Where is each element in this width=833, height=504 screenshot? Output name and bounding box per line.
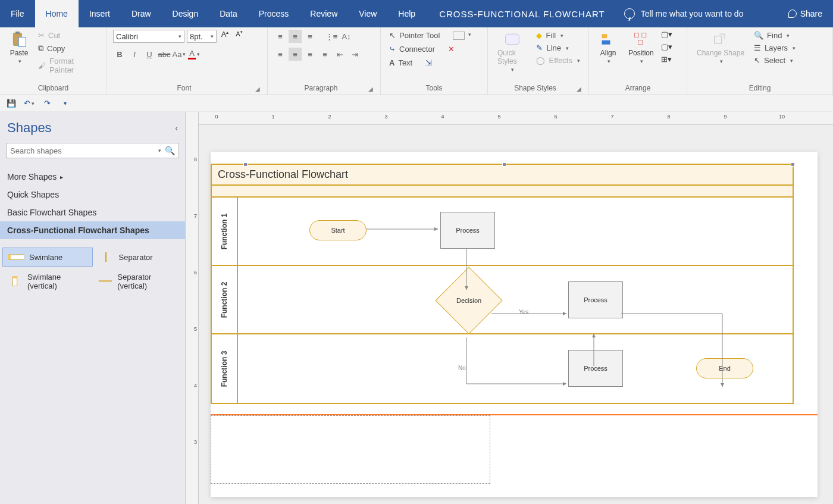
shapes-search-box[interactable]: ▾ 🔍 xyxy=(6,143,179,158)
tab-view[interactable]: View xyxy=(348,0,387,27)
search-dropdown-icon[interactable]: ▾ xyxy=(158,148,161,154)
selection-handle[interactable] xyxy=(243,162,248,167)
vertical-ruler[interactable]: 8 7 6 5 4 3 xyxy=(186,112,199,504)
justify-button[interactable]: ≡ xyxy=(318,48,331,61)
align-bottom-button[interactable]: ≡ xyxy=(303,30,317,43)
tab-file[interactable]: File xyxy=(0,0,35,27)
drawing-page[interactable]: Cross-Functional Flowchart Function 1 St… xyxy=(211,152,818,497)
swimlane-1[interactable]: Function 1 Start Process xyxy=(212,198,793,266)
effects-button[interactable]: ◯Effects▾ xyxy=(534,55,583,66)
cut-button[interactable]: ✂Cut xyxy=(36,30,101,41)
find-button[interactable]: 🔍Find▾ xyxy=(751,30,798,41)
align-middle-button[interactable]: ≡ xyxy=(289,30,302,43)
underline-button[interactable]: U xyxy=(143,48,156,61)
tab-home[interactable]: Home xyxy=(35,0,79,27)
tab-data[interactable]: Data xyxy=(209,0,248,27)
stencil-swimlane-vertical[interactable]: Swimlane (vertical) xyxy=(2,269,93,294)
end-shape[interactable]: End xyxy=(696,358,753,378)
tab-draw[interactable]: Draw xyxy=(121,0,162,27)
stencil-separator-vertical[interactable]: Separator (vertical) xyxy=(93,269,183,294)
send-back-button[interactable]: ▢▾ xyxy=(661,42,672,51)
process-shape-1[interactable]: Process xyxy=(440,212,495,249)
tab-process[interactable]: Process xyxy=(248,0,300,27)
shrink-font-button[interactable]: A▾ xyxy=(233,30,245,43)
start-shape[interactable]: Start xyxy=(309,220,367,240)
shape-styles-dialog-launcher[interactable]: ◢ xyxy=(577,86,583,93)
connection-point-icon[interactable]: ⇲ xyxy=(425,58,432,67)
change-shape-icon xyxy=(712,31,729,48)
drawing-canvas[interactable]: Cross-Functional Flowchart Function 1 St… xyxy=(199,125,833,504)
paste-label: Paste xyxy=(10,49,29,57)
select-button[interactable]: ↖Select▾ xyxy=(751,55,798,66)
cat-cross-functional[interactable]: Cross-Functional Flowchart Shapes xyxy=(0,221,185,239)
redo-button[interactable]: ↷ xyxy=(42,98,52,109)
process-shape-3[interactable]: Process xyxy=(568,350,623,387)
align-right-button[interactable]: ≡ xyxy=(303,48,317,61)
qat-customize-button[interactable]: ▾ xyxy=(60,98,70,109)
horizontal-ruler[interactable]: 0 1 2 3 4 5 6 7 8 9 10 xyxy=(199,112,833,125)
text-direction-button[interactable]: A↕ xyxy=(340,30,353,43)
cat-basic-flowchart[interactable]: Basic Flowchart Shapes xyxy=(0,204,185,221)
fill-swatch-button[interactable] xyxy=(453,32,465,40)
grow-font-button[interactable]: A▴ xyxy=(219,30,231,43)
bullets-button[interactable]: ⋮≡ xyxy=(325,30,338,43)
tab-review[interactable]: Review xyxy=(299,0,348,27)
selection-handle[interactable] xyxy=(791,162,795,167)
bold-button[interactable]: B xyxy=(113,48,126,61)
layers-button[interactable]: ☰Layers▾ xyxy=(751,42,798,54)
paste-button[interactable]: Paste ▾ xyxy=(6,30,32,65)
flowchart-container[interactable]: Cross-Functional Flowchart Function 1 St… xyxy=(211,164,794,404)
font-size-combo[interactable]: 8pt.▾ xyxy=(187,30,217,43)
tell-me[interactable]: Tell me what you want to do xyxy=(618,0,750,27)
cat-more-shapes[interactable]: More Shapes▸ xyxy=(0,168,185,186)
connector-tool-button[interactable]: ⤷Connector xyxy=(387,43,437,55)
stencil-swimlane[interactable]: Swimlane xyxy=(2,248,93,267)
text-tool-button[interactable]: AText xyxy=(387,57,415,68)
format-painter-button[interactable]: 🖌Format Painter xyxy=(36,55,101,76)
copy-button[interactable]: ⧉Copy xyxy=(36,42,101,54)
fill-button[interactable]: ◆Fill▾ xyxy=(534,30,583,41)
save-button[interactable]: 💾 xyxy=(6,98,17,109)
swimlane-1-label[interactable]: Function 1 xyxy=(212,198,238,265)
swimlane-2[interactable]: Function 2 Decision Process xyxy=(212,266,793,334)
increase-indent-button[interactable]: ⇥ xyxy=(348,48,361,61)
search-icon[interactable]: 🔍 xyxy=(165,146,175,155)
group-button[interactable]: ⊞▾ xyxy=(661,55,672,64)
stencil-separator[interactable]: Separator xyxy=(93,248,183,267)
strike-button[interactable]: abc xyxy=(158,48,171,61)
pointer-tool-button[interactable]: ↖Pointer Tool xyxy=(387,30,442,41)
change-case-button[interactable]: Aa▾ xyxy=(173,48,186,61)
font-dialog-launcher[interactable]: ◢ xyxy=(255,86,261,93)
italic-button[interactable]: I xyxy=(128,48,141,61)
flowchart-title[interactable]: Cross-Functional Flowchart xyxy=(212,165,793,186)
decision-shape[interactable]: Decision xyxy=(435,267,502,334)
flowchart-phase-bar[interactable] xyxy=(212,186,793,198)
selection-handle[interactable] xyxy=(502,162,506,167)
font-family-combo[interactable]: Calibri▾ xyxy=(113,30,184,43)
align-left-button[interactable]: ≡ xyxy=(274,48,287,61)
swimlane-3-label[interactable]: Function 3 xyxy=(212,334,238,403)
quick-styles-button[interactable]: Quick Styles▾ xyxy=(494,30,530,74)
tab-insert[interactable]: Insert xyxy=(79,0,121,27)
undo-button[interactable]: ↶▾ xyxy=(24,98,35,109)
bring-front-button[interactable]: ▢▾ xyxy=(661,30,672,39)
font-color-button[interactable]: A▾ xyxy=(187,48,201,61)
paragraph-dialog-launcher[interactable]: ◢ xyxy=(368,86,374,93)
collapse-pane-button[interactable]: ‹ xyxy=(175,123,178,133)
swimlane-3[interactable]: Function 3 Process End xyxy=(212,334,793,403)
line-button[interactable]: ✎Line▾ xyxy=(534,42,583,54)
shapes-search-input[interactable] xyxy=(10,146,157,155)
tab-help[interactable]: Help xyxy=(387,0,426,27)
cat-quick-shapes[interactable]: Quick Shapes xyxy=(0,186,185,204)
delete-icon[interactable]: ✕ xyxy=(448,45,455,54)
change-shape-button[interactable]: Change Shape▾ xyxy=(693,30,748,65)
share-button[interactable]: Share xyxy=(778,0,833,27)
tab-design[interactable]: Design xyxy=(162,0,209,27)
position-button[interactable]: Position▾ xyxy=(625,30,657,65)
align-top-button[interactable]: ≡ xyxy=(274,30,287,43)
decrease-indent-button[interactable]: ⇤ xyxy=(333,48,346,61)
align-center-button[interactable]: ≡ xyxy=(289,48,302,61)
process-shape-2[interactable]: Process xyxy=(568,281,623,318)
swimlane-2-label[interactable]: Function 2 xyxy=(212,266,238,333)
align-button[interactable]: Align▾ xyxy=(595,30,621,65)
